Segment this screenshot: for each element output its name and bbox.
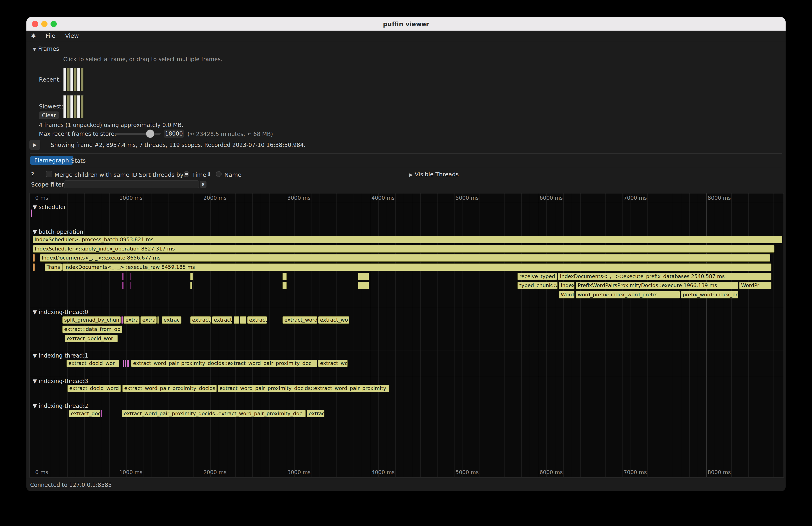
flame-scope-bar[interactable]: extract::data_from_ob [62,325,122,333]
flame-scope-bar[interactable]: index [559,282,575,289]
flame-scope-bar[interactable]: extrac [307,410,324,417]
flame-scope-bar[interactable]: extract_word_pair_proximity_docids::extr… [218,385,389,392]
flame-scope-bar[interactable]: extract_word_pair_proximity_docids::extr… [122,410,306,417]
flamegraph-canvas[interactable]: 0 ms0 ms1000 ms1000 ms2000 ms2000 ms3000… [29,193,784,478]
flame-scope-bar[interactable] [130,282,131,289]
merge-children-checkbox[interactable] [46,171,52,177]
flame-scope-bar[interactable]: receive_typed [518,273,557,280]
sort-name-label[interactable]: Name [224,172,242,178]
merge-children-label[interactable]: Merge children with same ID [55,172,137,178]
section-divider [30,202,783,202]
flame-scope-bar[interactable] [31,209,32,217]
flame-scope-bar[interactable] [122,273,124,280]
thread-header-batch-operation[interactable]: ▼ batch-operation [33,229,83,235]
flame-scope-bar[interactable]: IndexDocuments<_, _>::execute_raw 8459.1… [62,263,771,271]
flame-scope-bar[interactable] [122,282,124,289]
flame-scope-bar[interactable]: IndexScheduler>::apply_index_operation 8… [33,245,774,252]
thread-header-indexing-thread:2[interactable]: ▼ indexing-thread:2 [33,403,88,409]
play-button[interactable]: ▶ [29,140,40,150]
sort-time-label[interactable]: Time [192,172,206,178]
flame-scope-bar[interactable]: word_prefix::index_word_prefix [576,291,680,298]
flame-scope-bar[interactable] [282,282,287,289]
flame-scope-bar[interactable]: extract_docid_wor [65,335,118,342]
section-divider [30,401,783,401]
flame-scope-bar[interactable]: typed_chunk::w [518,282,557,289]
recent-frames-thumbnail[interactable] [63,68,84,91]
flame-scope-bar[interactable]: Word [559,291,575,298]
theme-toggle-icon[interactable]: ✱ [31,32,36,39]
flame-scope-bar[interactable]: IndexDocuments<_, _>::execute_prefix_dat… [558,273,771,280]
flame-scope-bar[interactable]: extrac [162,316,182,324]
thread-header-indexing-thread:1[interactable]: ▼ indexing-thread:1 [33,352,88,359]
flame-scope-bar[interactable]: IndexScheduler>::process_batch 8953.821 … [33,236,782,243]
flame-scope-bar[interactable]: extract_word_pair_proximity_docids::extr… [131,360,317,367]
flame-scope-bar[interactable] [33,254,35,262]
flame-scope-bar[interactable] [125,360,126,367]
flame-scope-bar[interactable]: split_grenad_by_chun [62,316,121,324]
menu-file[interactable]: File [46,32,55,39]
thread-header-scheduler[interactable]: ▼ scheduler [33,204,66,210]
flame-scope-bar[interactable]: extract [247,316,267,324]
flame-scope-bar[interactable] [190,273,193,280]
flame-scope-bar[interactable]: extract_doc [69,410,100,417]
slowest-frames-thumbnail[interactable] [63,95,84,118]
thread-header-indexing-thread:3[interactable]: ▼ indexing-thread:3 [33,378,88,384]
max-frames-slider-knob[interactable] [146,130,154,138]
frame-summary-text: Showing frame #2, 8957.4 ms, 7 threads, … [51,142,305,148]
flame-scope-bar[interactable]: extract_wo [318,316,349,324]
max-frames-value[interactable]: 18000 [164,130,184,138]
slowest-frames-label: Slowest: [39,103,63,110]
flame-scope-bar[interactable]: PrefixWordPairsProximityDocids::execute … [576,282,738,289]
flame-scope-bar[interactable]: extract_ [212,316,232,324]
sort-name-radio[interactable] [216,171,221,177]
flame-scope-bar[interactable]: extra [141,316,157,324]
flame-scope-bar[interactable]: extract [124,316,140,324]
flame-scope-bar[interactable]: extract_word [282,316,317,324]
close-button[interactable] [32,21,38,27]
flame-scope-bar[interactable] [157,316,159,324]
flame-scope-bar[interactable]: extract_docid_word [68,385,121,392]
thread-header-indexing-thread:0[interactable]: ▼ indexing-thread:0 [33,309,88,316]
flame-scope-bar[interactable]: extract_wo [318,360,348,367]
frames-section-toggle[interactable]: ▼Frames [33,45,59,52]
flame-scope-bar[interactable] [130,273,131,280]
flame-scope-bar[interactable] [190,282,192,289]
time-tick-label: 4000 ms [372,469,395,475]
flame-scope-bar[interactable] [121,316,123,324]
traffic-lights [32,21,57,27]
maximize-button[interactable] [50,21,57,27]
flame-scope-bar[interactable]: IndexDocuments<_, _>::execute 8656.677 m… [40,254,770,262]
visible-threads-label: Visible Threads [415,171,459,178]
flame-scope-bar[interactable] [127,360,129,367]
time-tick-label: 1000 ms [119,469,143,475]
time-tick-label: 6000 ms [539,469,563,475]
flame-scope-bar[interactable] [358,273,369,280]
flame-scope-bar[interactable]: prefix_word::index_prefix_wo [681,291,738,298]
sort-time-radio[interactable] [184,171,189,177]
play-icon: ▶ [33,142,37,148]
clear-filter-button[interactable]: ✖ [200,181,206,188]
status-text: Connected to 127.0.0.1:8585 [30,482,112,488]
flame-scope-bar[interactable]: WordPr [739,282,771,289]
scope-filter-input[interactable] [64,180,199,188]
recent-frames-label: Recent: [39,76,61,83]
flame-scope-bar[interactable] [358,282,369,289]
flame-scope-bar[interactable] [101,410,102,417]
tab-stats[interactable]: Stats [71,157,86,164]
visible-threads-toggle[interactable]: ▶Visible Threads [409,171,459,178]
flame-scope-bar[interactable] [240,316,246,324]
menu-view[interactable]: View [65,32,79,39]
tab-flamegraph[interactable]: Flamegraph [30,156,73,165]
flame-scope-bar[interactable] [33,263,35,271]
flame-scope-bar[interactable]: extract_docid_wor [67,360,119,367]
flame-scope-bar[interactable]: Trans [45,263,62,271]
clear-button[interactable]: Clear [39,112,59,119]
help-button[interactable]: ? [31,171,34,178]
flame-scope-bar[interactable]: extract_ [190,316,211,324]
section-divider [30,376,783,376]
flame-scope-bar[interactable] [282,273,287,280]
flame-scope-bar[interactable] [234,316,240,324]
flame-scope-bar[interactable]: extract_word_pair_proximity_docids [122,385,217,392]
minimize-button[interactable] [41,21,47,27]
flame-scope-bar[interactable] [123,360,124,367]
